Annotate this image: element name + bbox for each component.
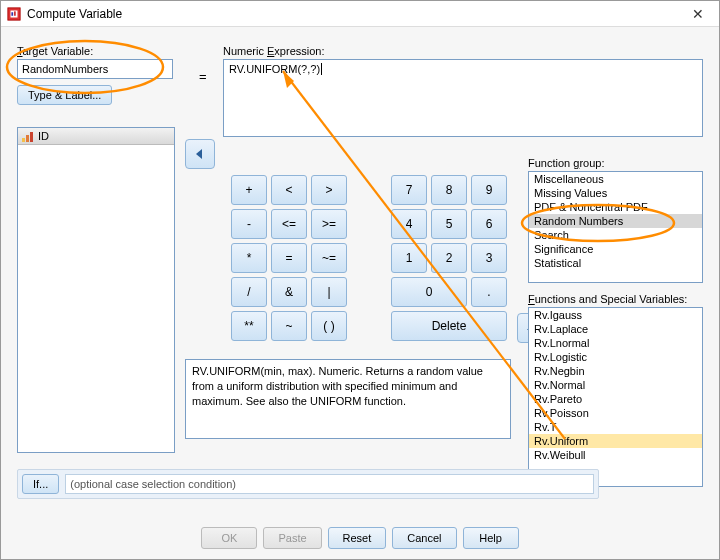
svg-rect-5 bbox=[26, 135, 29, 142]
case-selection-text[interactable]: (optional case selection condition) bbox=[65, 474, 594, 494]
key-and[interactable]: & bbox=[271, 277, 307, 307]
function-item[interactable]: Rv.Pareto bbox=[529, 392, 702, 406]
function-description: RV.UNIFORM(min, max). Numeric. Returns a… bbox=[185, 359, 511, 439]
numeric-expression-label: Numeric Expression: bbox=[223, 45, 703, 57]
help-button[interactable]: Help bbox=[463, 527, 519, 549]
target-variable-label: Target Variable: bbox=[17, 45, 177, 57]
svg-rect-6 bbox=[30, 132, 33, 142]
svg-rect-4 bbox=[22, 138, 25, 142]
function-item[interactable]: Rv.Poisson bbox=[529, 406, 702, 420]
key-mul[interactable]: * bbox=[231, 243, 267, 273]
close-button[interactable]: ✕ bbox=[683, 6, 713, 22]
key-eq[interactable]: = bbox=[271, 243, 307, 273]
app-icon bbox=[7, 7, 21, 21]
function-group-item[interactable]: Missing Values bbox=[529, 186, 702, 200]
function-group-item[interactable]: PDF & Noncentral PDF bbox=[529, 200, 702, 214]
function-item[interactable]: Rv.Negbin bbox=[529, 364, 702, 378]
function-group-list[interactable]: MiscellaneousMissing ValuesPDF & Noncent… bbox=[528, 171, 703, 283]
arrow-right-icon bbox=[193, 147, 207, 161]
function-group-label: Function group: bbox=[528, 157, 703, 169]
svg-rect-3 bbox=[14, 11, 16, 15]
target-variable-input[interactable] bbox=[17, 59, 173, 79]
function-item[interactable]: Rv.Normal bbox=[529, 378, 702, 392]
type-and-label-button[interactable]: Type & Label... bbox=[17, 85, 112, 105]
function-item[interactable]: Rv.Lnormal bbox=[529, 336, 702, 350]
key-8[interactable]: 8 bbox=[431, 175, 467, 205]
function-group-item[interactable]: Significance bbox=[529, 242, 702, 256]
key-7[interactable]: 7 bbox=[391, 175, 427, 205]
cancel-button[interactable]: Cancel bbox=[392, 527, 456, 549]
key-lt[interactable]: < bbox=[271, 175, 307, 205]
function-group-item[interactable]: Miscellaneous bbox=[529, 172, 702, 186]
key-ge[interactable]: >= bbox=[311, 209, 347, 239]
function-item[interactable]: Rv.Uniform bbox=[529, 434, 702, 448]
key-pow[interactable]: ** bbox=[231, 311, 267, 341]
key-not[interactable]: ~ bbox=[271, 311, 307, 341]
ok-button[interactable]: OK bbox=[201, 527, 257, 549]
function-item[interactable]: Rv.Weibull bbox=[529, 448, 702, 462]
function-group-item[interactable]: Statistical bbox=[529, 256, 702, 270]
key-4[interactable]: 4 bbox=[391, 209, 427, 239]
key-2[interactable]: 2 bbox=[431, 243, 467, 273]
variable-list-header: ID bbox=[18, 128, 174, 145]
function-item[interactable]: Rv.Igauss bbox=[529, 308, 702, 322]
key-plus[interactable]: + bbox=[231, 175, 267, 205]
reset-button[interactable]: Reset bbox=[328, 527, 387, 549]
key-div[interactable]: / bbox=[231, 277, 267, 307]
key-3[interactable]: 3 bbox=[471, 243, 507, 273]
compute-variable-dialog: Compute Variable ✕ Target Variable: Type… bbox=[0, 0, 720, 560]
expression-text: RV.UNIFORM(?,?) bbox=[229, 63, 320, 75]
key-paren[interactable]: ( ) bbox=[311, 311, 347, 341]
move-to-expression-button[interactable] bbox=[185, 139, 215, 169]
function-item[interactable]: Rv.Logistic bbox=[529, 350, 702, 364]
scale-var-icon bbox=[22, 130, 34, 142]
key-ne[interactable]: ~= bbox=[311, 243, 347, 273]
function-item[interactable]: Rv.T bbox=[529, 420, 702, 434]
equals-label: = bbox=[199, 69, 207, 84]
function-group-item[interactable]: Random Numbers bbox=[529, 214, 702, 228]
svg-rect-2 bbox=[11, 12, 13, 16]
function-item[interactable]: Rv.Laplace bbox=[529, 322, 702, 336]
key-minus[interactable]: - bbox=[231, 209, 267, 239]
case-selection-row: If... (optional case selection condition… bbox=[17, 469, 599, 499]
functions-label: Functions and Special Variables: bbox=[528, 293, 703, 305]
key-dot[interactable]: . bbox=[471, 277, 507, 307]
key-or[interactable]: | bbox=[311, 277, 347, 307]
key-delete[interactable]: Delete bbox=[391, 311, 507, 341]
variable-list[interactable]: ID bbox=[17, 127, 175, 453]
variable-id: ID bbox=[38, 130, 49, 142]
titlebar: Compute Variable ✕ bbox=[1, 1, 719, 27]
key-5[interactable]: 5 bbox=[431, 209, 467, 239]
functions-list[interactable]: Rv.IgaussRv.LaplaceRv.LnormalRv.Logistic… bbox=[528, 307, 703, 487]
key-le[interactable]: <= bbox=[271, 209, 307, 239]
key-0[interactable]: 0 bbox=[391, 277, 467, 307]
key-1[interactable]: 1 bbox=[391, 243, 427, 273]
if-button[interactable]: If... bbox=[22, 474, 59, 494]
keypad: + < > 7 8 9 - <= >= 4 5 6 * = ~= 1 2 bbox=[231, 175, 507, 341]
function-group-item[interactable]: Search bbox=[529, 228, 702, 242]
numeric-expression-input[interactable]: RV.UNIFORM(?,?) bbox=[223, 59, 703, 137]
key-9[interactable]: 9 bbox=[471, 175, 507, 205]
paste-button[interactable]: Paste bbox=[263, 527, 321, 549]
key-6[interactable]: 6 bbox=[471, 209, 507, 239]
key-gt[interactable]: > bbox=[311, 175, 347, 205]
window-title: Compute Variable bbox=[27, 7, 683, 21]
